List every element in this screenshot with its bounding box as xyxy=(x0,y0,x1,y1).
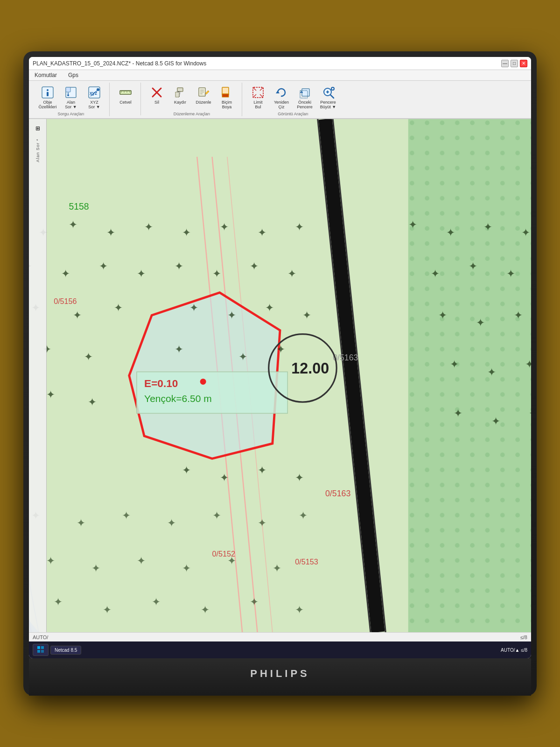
cetvel-label: Cetvel xyxy=(119,100,132,105)
svg-line-44 xyxy=(330,95,334,98)
monitor: PLAN_KADASTRO_15_05_2024.NCZ* - Netcad 8… xyxy=(23,51,537,696)
svg-point-1 xyxy=(47,89,49,91)
svg-text:✦: ✦ xyxy=(446,227,455,239)
taskbar-app-button[interactable]: Netcad 8.5 xyxy=(50,646,81,655)
sorgu-araclar-group: ObjeÖzellikleri Alan xyxy=(33,83,110,116)
svg-text:✦: ✦ xyxy=(438,310,447,321)
svg-rect-4 xyxy=(66,87,70,92)
xyz-sor-button[interactable]: xyz XYZSor ▼ xyxy=(83,83,105,111)
svg-text:✦: ✦ xyxy=(220,221,229,233)
svg-text:✦: ✦ xyxy=(491,416,500,427)
sil-label: Sil xyxy=(154,100,159,105)
svg-line-23 xyxy=(177,92,179,92)
svg-rect-39 xyxy=(302,89,309,96)
paint-icon xyxy=(219,85,234,100)
svg-text:✦: ✦ xyxy=(137,555,146,567)
xyz-icon: xyz xyxy=(87,85,102,100)
svg-text:✦: ✦ xyxy=(238,351,247,363)
area-icon xyxy=(63,85,78,100)
svg-text:✦: ✦ xyxy=(46,555,55,567)
svg-text:✦: ✦ xyxy=(521,227,530,239)
status-bar: AUTO/ ≤/8 xyxy=(29,632,531,641)
svg-text:✦: ✦ xyxy=(99,261,108,272)
svg-text:5158: 5158 xyxy=(69,201,89,211)
obje-ozellikleri-button[interactable]: ObjeÖzellikleri xyxy=(36,83,59,111)
svg-rect-22 xyxy=(175,92,179,97)
start-button[interactable] xyxy=(33,644,49,656)
svg-text:E=0.10: E=0.10 xyxy=(144,378,178,389)
svg-text:✦: ✦ xyxy=(201,604,210,616)
obje-label: ObjeÖzellikleri xyxy=(38,100,56,109)
svg-text:✦: ✦ xyxy=(299,510,308,521)
svg-text:✦: ✦ xyxy=(212,268,221,280)
alan-sor-label: AlanSor ▼ xyxy=(65,100,77,109)
minimize-button[interactable]: — xyxy=(501,60,509,67)
svg-rect-21 xyxy=(177,88,183,92)
sorgu-buttons: ObjeÖzellikleri Alan xyxy=(36,83,105,111)
duzenle-label: Düzenle xyxy=(196,100,211,105)
svg-text:✦: ✦ xyxy=(431,268,440,280)
back-icon xyxy=(297,85,312,100)
svg-text:✦: ✦ xyxy=(295,604,304,616)
svg-text:✦: ✦ xyxy=(250,596,259,608)
svg-text:✦: ✦ xyxy=(182,563,191,574)
svg-text:✦: ✦ xyxy=(408,219,417,231)
ruler-icon xyxy=(118,85,133,100)
svg-text:✦: ✦ xyxy=(227,310,236,321)
kaydir-button[interactable]: Kaydır xyxy=(169,83,191,111)
alan-sor-button[interactable]: AlanSor ▼ xyxy=(60,83,82,111)
svg-text:✦: ✦ xyxy=(61,268,70,280)
onceki-pencere-button[interactable]: ÖncekiPencere xyxy=(294,83,316,111)
svg-text:✦: ✦ xyxy=(250,261,259,272)
svg-text:✦: ✦ xyxy=(220,472,229,484)
svg-text:✦: ✦ xyxy=(144,221,153,233)
svg-text:✦: ✦ xyxy=(69,219,77,231)
map-canvas[interactable]: ⊞ Alan Sor * xyxy=(29,119,531,632)
svg-text:✦: ✦ xyxy=(91,563,100,574)
svg-text:✦: ✦ xyxy=(506,268,515,280)
svg-rect-2 xyxy=(47,92,49,96)
svg-line-35 xyxy=(260,87,263,91)
bicim-button[interactable]: BiçimBoya xyxy=(216,83,238,111)
duzenle-button[interactable]: Düzenle xyxy=(192,83,215,111)
cetvel-button[interactable]: Cetvel xyxy=(114,83,137,107)
svg-text:✦: ✦ xyxy=(106,227,115,239)
svg-text:✦: ✦ xyxy=(84,351,93,363)
pencere-buyut-button[interactable]: PencereBüyüt ▼ xyxy=(317,83,339,111)
svg-text:✦: ✦ xyxy=(114,302,123,314)
svg-text:✦: ✦ xyxy=(258,517,266,529)
svg-text:Yençok=6.50 m: Yençok=6.50 m xyxy=(144,393,212,404)
yeniden-ciz-button[interactable]: YenidenÇiz xyxy=(270,83,293,111)
svg-rect-172 xyxy=(37,650,40,653)
menu-komutlar[interactable]: Komutlar xyxy=(33,71,59,79)
toolbar: ObjeÖzellikleri Alan xyxy=(29,81,531,119)
close-button[interactable]: ✕ xyxy=(520,60,527,67)
svg-text:✦: ✦ xyxy=(77,517,85,529)
svg-text:✦: ✦ xyxy=(73,310,82,321)
svg-point-5 xyxy=(67,94,69,96)
svg-text:✦: ✦ xyxy=(295,221,304,233)
move-icon xyxy=(173,85,188,100)
svg-text:✦: ✦ xyxy=(258,465,266,476)
screen-bezel: PLAN_KADASTRO_15_05_2024.NCZ* - Netcad 8… xyxy=(29,57,531,658)
menu-gps[interactable]: Gps xyxy=(66,71,80,79)
svg-text:✦: ✦ xyxy=(295,472,304,484)
monitor-bottom: PHILIPS xyxy=(29,658,531,696)
title-bar-buttons: — □ ✕ xyxy=(501,60,527,67)
duzenleme-group-label: Düzenleme Araçları xyxy=(174,112,210,116)
svg-text:✦: ✦ xyxy=(287,268,296,280)
window-title: PLAN_KADASTRO_15_05_2024.NCZ* - Netcad 8… xyxy=(33,60,206,67)
sidebar-alan-sor[interactable]: ⊞ xyxy=(30,121,45,136)
svg-text:✦: ✦ xyxy=(483,221,492,233)
svg-rect-171 xyxy=(41,646,44,649)
pencere-buyut-label: PencereBüyüt ▼ xyxy=(320,100,336,109)
kaydir-label: Kaydır xyxy=(174,100,186,105)
sil-button[interactable]: Sil xyxy=(146,83,168,111)
svg-text:✦: ✦ xyxy=(167,517,176,529)
svg-point-9 xyxy=(97,88,99,91)
limit-bul-button[interactable]: LimitBul xyxy=(247,83,269,111)
goruntu-group: LimitBul YenidenÇiz xyxy=(243,83,343,116)
goruntu-buttons: LimitBul YenidenÇiz xyxy=(247,83,339,111)
maximize-button[interactable]: □ xyxy=(511,60,518,67)
cetvel-group: Cetvel xyxy=(111,83,141,115)
